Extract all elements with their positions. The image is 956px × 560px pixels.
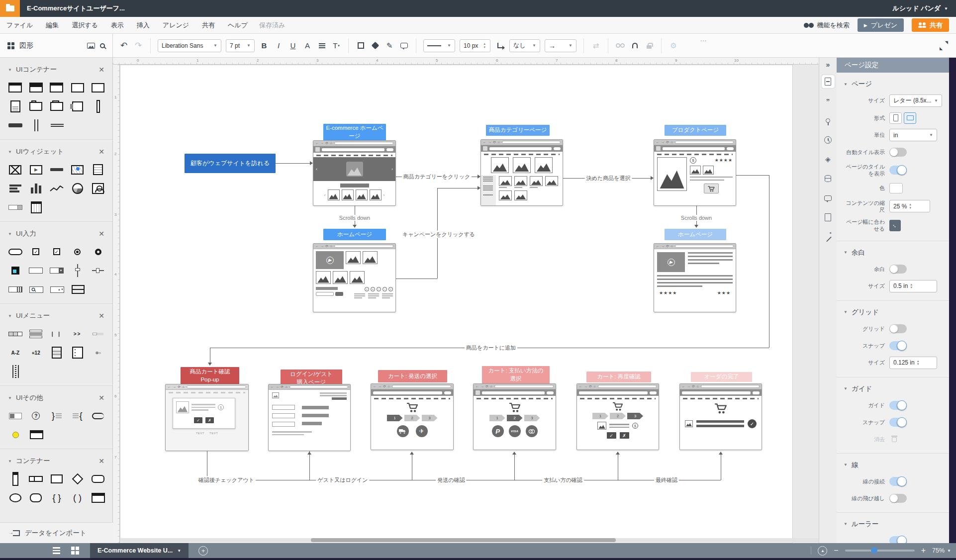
reset-view-icon[interactable]: ▲ (818, 546, 827, 556)
edge-label[interactable]: キャンペーンをクリックする (401, 231, 477, 238)
close-icon[interactable]: ✕ (98, 312, 104, 320)
menu-file[interactable]: ファイル (0, 21, 39, 30)
shape-circle-options[interactable]: ⊛○ (88, 345, 108, 360)
collapse-panel-icon[interactable]: » (826, 61, 830, 69)
redo-button[interactable]: ↷ (133, 39, 143, 52)
shape-rounded-container[interactable] (88, 471, 108, 486)
edge-label[interactable]: 商品をカートに追加 (465, 344, 517, 352)
connector[interactable] (736, 175, 769, 176)
landscape-option[interactable] (904, 112, 916, 124)
underline-button[interactable]: U (288, 39, 298, 52)
shape-progress-bar[interactable] (5, 200, 26, 215)
shape-avatar[interactable] (88, 181, 108, 196)
account-menu[interactable]: ルシッド パンダ ▼ (892, 4, 948, 13)
node-category-label[interactable]: 商品カテゴリーページ (486, 125, 550, 136)
node-home2-label[interactable]: ホームページ (323, 229, 386, 240)
shape-menu-bar[interactable] (5, 326, 26, 341)
zoom-in-button[interactable]: + (921, 546, 926, 555)
node-complete-label[interactable]: オーダの完了 (691, 372, 752, 382)
connector[interactable] (396, 279, 437, 279)
shape-brace-note-left[interactable]: { (67, 408, 88, 423)
close-icon[interactable]: ✕ (98, 457, 104, 465)
shape-list-panel[interactable] (5, 99, 26, 114)
connector-type-button[interactable] (495, 39, 505, 52)
shape-split-table[interactable] (68, 282, 89, 297)
menu-share[interactable]: 共有 (195, 21, 221, 30)
more-options-icon[interactable]: … (700, 35, 708, 43)
lock-button[interactable] (644, 39, 654, 52)
margin-size-stepper[interactable]: 0.5 in▲▼ (889, 280, 937, 292)
connector[interactable] (769, 175, 769, 348)
line-connect-toggle[interactable] (889, 477, 907, 486)
collapse-icon[interactable]: ▼ (8, 459, 12, 464)
edge-label[interactable]: 支払い方の確認 (542, 476, 584, 484)
edge-label[interactable]: 商品カテゴリーをクリック (402, 173, 472, 181)
node-product2-label[interactable]: ホームページ (665, 229, 726, 240)
shape-browser-window[interactable] (5, 80, 26, 95)
auto-tile-toggle[interactable] (889, 148, 907, 157)
shape-stepper-field[interactable]: ▲▼ (47, 282, 68, 297)
shape-ellipse-container[interactable] (5, 490, 26, 505)
shape-top-tab-container[interactable] (88, 490, 108, 505)
node-start[interactable]: 顧客がウェブサイトを訪れる (185, 154, 276, 173)
collapse-icon[interactable]: ▼ (8, 150, 12, 154)
collapse-icon[interactable]: ▼ (8, 232, 12, 236)
shape-line-chart[interactable] (46, 181, 67, 196)
dock-comments-icon[interactable] (822, 191, 835, 204)
connector[interactable] (210, 348, 210, 363)
shape-horizontal-divider[interactable] (47, 118, 68, 133)
cancel-button[interactable]: ✗ (205, 417, 214, 423)
shape-rectangle-frame[interactable] (67, 80, 88, 95)
page-tab[interactable]: E-Commerce Website U... ▼ (90, 543, 189, 558)
shape-browser-tabs[interactable] (26, 80, 47, 95)
guide-toggle[interactable] (889, 401, 907, 410)
dock-notes-icon[interactable] (822, 211, 835, 224)
node-product2-mockup[interactable]: ← → ⟳ ⌂ ▶ ★★★★ ★★★ (654, 243, 736, 312)
shape-status-button[interactable] (399, 39, 409, 52)
collapse-icon[interactable]: ▼ (844, 310, 848, 314)
node-product-mockup[interactable]: ← → ⟳ ⌂ $ ★★★★ (654, 139, 736, 206)
line-jump-toggle[interactable] (889, 494, 907, 503)
node-cart-popup-label[interactable]: 商品カート確認 Pop-up (181, 367, 239, 385)
font-size-select[interactable]: 7 pt▼ (226, 39, 255, 52)
menu-edit[interactable]: 編集 (39, 21, 65, 30)
unit-select[interactable]: in▼ (889, 129, 937, 141)
shape-dropdown[interactable]: ▼ (46, 263, 67, 278)
shape-rectangle-frame-2[interactable] (88, 80, 108, 95)
dock-quote-style-icon[interactable]: ” (822, 94, 835, 107)
grid-snap-toggle[interactable] (889, 341, 907, 350)
node-product-label[interactable]: プロダクトページ (665, 125, 726, 136)
node-home-label[interactable]: E-commerce ホームペ ージ (323, 124, 386, 141)
shape-brace-pair[interactable]: { } (46, 490, 67, 505)
edge-label[interactable]: Scrolls down (338, 215, 372, 221)
tools-button[interactable]: ⚙ (669, 39, 678, 52)
shape-striped-listbox[interactable] (46, 345, 67, 360)
collapse-icon[interactable]: ▼ (844, 463, 848, 467)
shape-side-attach-panel[interactable] (67, 99, 88, 114)
zoom-slider[interactable] (845, 550, 915, 552)
connector[interactable] (514, 454, 515, 480)
shape-brace-note-right[interactable]: } (46, 408, 67, 423)
hyperlink-button[interactable] (615, 39, 625, 52)
close-icon[interactable]: ✕ (98, 148, 104, 156)
text-options-button[interactable]: T▾ (331, 39, 341, 52)
shape-bar-chart-vertical[interactable] (26, 181, 47, 196)
ruler-toggle[interactable] (889, 536, 907, 543)
line-style-select[interactable]: ▼ (423, 39, 455, 52)
canvas-horizontal-scrollbar[interactable] (120, 538, 820, 542)
menu-view[interactable]: 表示 (104, 21, 130, 30)
connector[interactable] (412, 454, 412, 480)
shape-toggle[interactable] (5, 408, 26, 423)
close-icon[interactable]: ✕ (98, 394, 104, 402)
shape-vertical-slider[interactable] (67, 263, 88, 278)
font-color-button[interactable]: A (302, 39, 312, 52)
node-category-mockup[interactable]: ← → ⟳ ⌂ (480, 139, 563, 206)
shape-image-placeholder[interactable] (5, 162, 26, 177)
node-cart-popup-mockup[interactable]: ← → ⟳ ⌂ $ ✓ ✗ TEXTTEXT (165, 384, 249, 451)
node-shipping-mockup[interactable]: ← → ⟳ ⌂ 1 2 3 ✈ (371, 383, 454, 450)
line-color-button[interactable]: ✎ (384, 39, 394, 52)
shape-browser-simple[interactable] (46, 80, 67, 95)
zoom-out-button[interactable]: − (834, 546, 838, 555)
node-payment-label[interactable]: カート: 支払い方法の 選択 (482, 366, 550, 384)
search-icon[interactable] (100, 43, 105, 48)
